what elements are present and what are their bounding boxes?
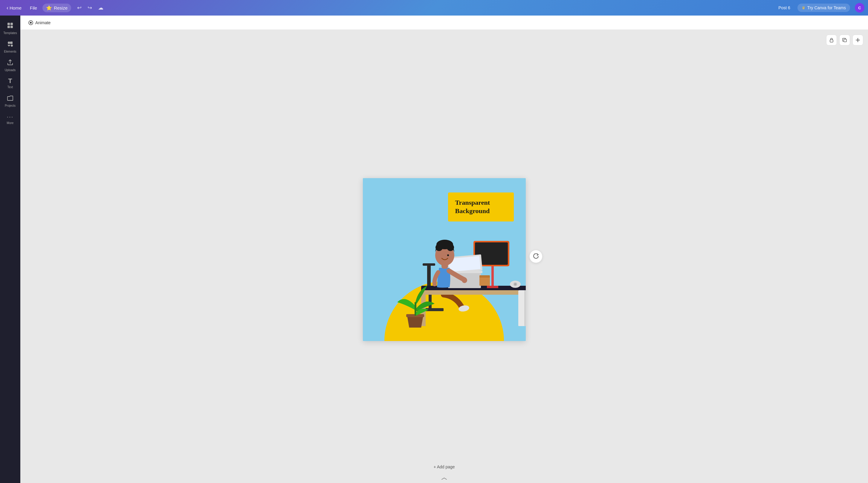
svg-rect-21 [491, 265, 494, 287]
desk-illustration [363, 178, 526, 341]
svg-rect-5 [10, 41, 12, 44]
svg-rect-3 [10, 26, 13, 28]
projects-label: Projects [5, 104, 16, 107]
sidebar: Templates Elements Uploads [0, 16, 20, 483]
lock-button[interactable] [826, 35, 837, 46]
post-label: Post 6 [778, 5, 790, 10]
sidebar-item-text[interactable]: T Text [0, 75, 20, 92]
svg-rect-29 [479, 277, 490, 286]
sidebar-item-templates[interactable]: Templates [0, 19, 20, 38]
add-page-label: + Add page [433, 464, 455, 469]
elements-icon [7, 41, 13, 49]
redo-button[interactable]: ↪ [85, 3, 94, 12]
svg-point-34 [462, 278, 467, 283]
more-label: More [7, 121, 14, 125]
home-label: Home [9, 5, 22, 10]
resize-label: Resize [54, 5, 67, 10]
animate-label: Animate [35, 20, 51, 25]
crown-icon: ♛ [802, 5, 806, 10]
text-label: Text [7, 86, 13, 89]
refresh-button[interactable] [529, 250, 542, 263]
canvas-toolbar [826, 35, 863, 46]
lock-icon [829, 38, 834, 42]
resize-icon: ⭐ [46, 5, 52, 11]
undo-redo-actions: ↩ ↪ ☁ [75, 3, 106, 12]
svg-point-4 [8, 41, 10, 44]
add-page-icon-button[interactable] [852, 35, 863, 46]
canvas-frame[interactable]: Transparent Background [363, 178, 526, 341]
toolbar: Animate [20, 16, 868, 30]
chevron-left-icon: ‹ [7, 5, 8, 11]
file-label: File [30, 5, 37, 10]
try-canva-button[interactable]: ♛ Try Canva for Teams [798, 4, 850, 12]
projects-icon [7, 95, 13, 103]
svg-rect-2 [7, 26, 10, 28]
home-button[interactable]: ‹ Home [4, 4, 25, 12]
svg-rect-9 [830, 40, 833, 42]
canvas-container[interactable]: Transparent Background [20, 30, 868, 483]
animate-icon [28, 20, 33, 25]
svg-rect-22 [487, 286, 498, 288]
svg-rect-19 [524, 290, 526, 326]
avatar[interactable]: C [855, 3, 864, 12]
animate-button[interactable]: Animate [25, 19, 54, 27]
try-canva-label: Try Canva for Teams [807, 5, 846, 10]
svg-rect-10 [844, 39, 846, 42]
svg-rect-6 [11, 44, 13, 47]
top-nav: ‹ Home File ⭐ Resize ↩ ↪ ☁ Post 6 ♛ Try … [0, 0, 868, 16]
templates-icon [7, 22, 13, 30]
canvas-wrapper: Transparent Background [363, 172, 526, 341]
uploads-label: Uploads [5, 68, 16, 72]
cloud-save-button[interactable]: ☁ [96, 3, 106, 12]
chevron-up-icon [441, 477, 448, 481]
bottom-chevron[interactable] [439, 476, 449, 482]
templates-label: Templates [3, 31, 17, 35]
sidebar-item-uploads[interactable]: Uploads [0, 56, 20, 75]
svg-rect-20 [424, 290, 518, 295]
svg-rect-0 [7, 23, 10, 25]
svg-rect-14 [423, 263, 435, 266]
undo-button[interactable]: ↩ [75, 3, 84, 12]
duplicate-icon [842, 38, 847, 42]
svg-point-8 [30, 22, 32, 24]
text-icon: T [8, 78, 12, 84]
sidebar-item-elements[interactable]: Elements [0, 38, 20, 56]
file-button[interactable]: File [27, 4, 40, 12]
svg-rect-30 [479, 275, 490, 278]
app-layout: Templates Elements Uploads [0, 16, 868, 483]
more-icon: ··· [7, 113, 14, 120]
add-page-area: + Add page [425, 458, 463, 476]
main-area: Animate [20, 16, 868, 483]
sidebar-item-projects[interactable]: Projects [0, 92, 20, 110]
add-icon [856, 38, 860, 42]
duplicate-button[interactable] [839, 35, 850, 46]
svg-point-33 [514, 283, 517, 285]
refresh-icon [533, 253, 539, 260]
svg-rect-13 [427, 265, 431, 289]
elements-label: Elements [4, 50, 17, 53]
uploads-icon [7, 59, 13, 67]
svg-point-39 [436, 240, 453, 249]
svg-rect-1 [10, 23, 13, 25]
resize-button[interactable]: ⭐ Resize [42, 4, 71, 12]
svg-point-40 [447, 254, 449, 256]
sidebar-item-more[interactable]: ··· More [0, 110, 20, 128]
add-page-button[interactable]: + Add page [430, 463, 458, 471]
